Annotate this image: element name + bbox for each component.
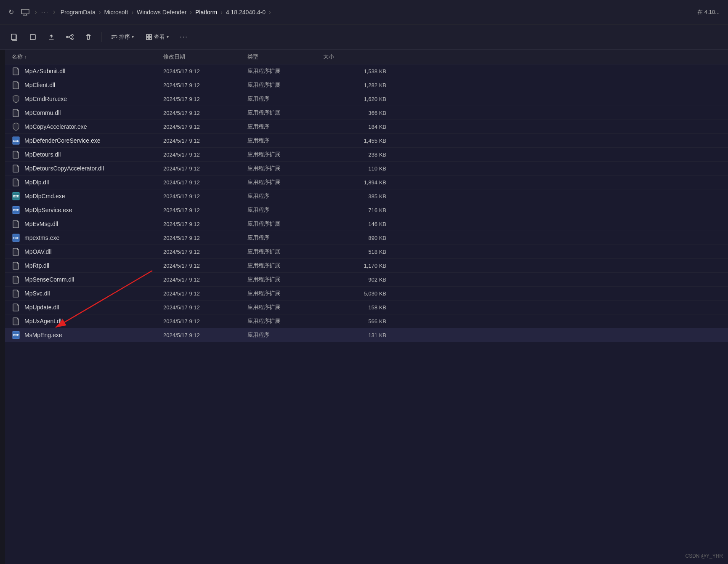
sort-button[interactable]: 排序 ▾ [106,31,138,43]
file-name: MpAzSubmit.dll [24,68,65,74]
file-name: MpSvc.dll [24,290,50,297]
file-date: 2024/5/17 9:12 [163,263,247,269]
table-row[interactable]: MpRtp.dll 2024/5/17 9:12 应用程序扩展 1,170 KB [5,259,728,273]
breadcrumb-arrow-3: › [190,9,192,16]
file-list-area: 名称 ↑ 修改日期 类型 大小 MpAzSubmit.dll 2024/5/17… [5,50,728,564]
file-name: mpextms.exe [24,234,59,241]
file-name-cell: MpUpdate.dll [12,303,163,311]
file-size: 146 KB [323,221,386,227]
file-name: MpDlpService.exe [24,207,72,213]
svg-rect-6 [30,35,35,40]
more-options-button[interactable]: ··· [176,29,191,45]
file-date: 2024/5/17 9:12 [163,82,247,88]
breadcrumb-platform[interactable]: Platform [194,8,219,16]
cut-button[interactable] [25,29,40,45]
file-icon [12,95,20,103]
file-type: 应用程序 [247,95,323,103]
copy-button[interactable] [7,29,22,45]
breadcrumb-programdata[interactable]: ProgramData [59,8,97,16]
table-row[interactable]: EXE MpDefenderCoreService.exe 2024/5/17 … [5,134,728,148]
file-icon [12,220,20,228]
table-row[interactable]: MpSenseComm.dll 2024/5/17 9:12 应用程序扩展 90… [5,273,728,287]
file-type: 应用程序 [247,192,323,200]
breadcrumb-arrow-5: › [269,9,271,16]
table-row[interactable]: EXE MpDlpCmd.exe 2024/5/17 9:12 应用程序 385… [5,189,728,203]
svg-text:EXE: EXE [13,209,19,212]
svg-rect-16 [149,37,151,40]
breadcrumb-windows-defender[interactable]: Windows Defender [135,8,188,16]
breadcrumb-version[interactable]: 4.18.24040.4-0 [224,8,267,16]
view-button[interactable]: 查看 ▾ [141,31,173,43]
file-icon: EXE [12,331,20,339]
file-size: 890 KB [323,235,386,241]
svg-rect-5 [11,34,16,40]
table-row[interactable]: MpDetours.dll 2024/5/17 9:12 应用程序扩展 238 … [5,148,728,162]
file-name-cell: MpUxAgent.dll [12,317,163,325]
table-row[interactable]: MpClient.dll 2024/5/17 9:12 应用程序扩展 1,282… [5,78,728,92]
file-type: 应用程序扩展 [247,165,323,172]
file-date: 2024/5/17 9:12 [163,290,247,297]
refresh-button[interactable]: ↻ [5,6,17,18]
file-size: 566 KB [323,318,386,325]
file-size: 366 KB [323,110,386,116]
file-date: 2024/5/17 9:12 [163,318,247,325]
file-size: 1,170 KB [323,263,386,269]
nav-sep-1: › [35,8,37,16]
file-name: MpCopyAccelerator.exe [24,123,87,130]
svg-rect-13 [146,35,149,37]
file-name-cell: MpOAV.dll [12,247,163,256]
table-row[interactable]: MpCmdRun.exe 2024/5/17 9:12 应用程序 1,620 K… [5,92,728,106]
header-name[interactable]: 名称 ↑ [12,53,163,61]
header-size[interactable]: 大小 [323,53,386,61]
file-name: MpRtp.dll [24,262,49,269]
file-size: 1,538 KB [323,68,386,74]
file-name: MpDlp.dll [24,179,49,186]
rename-button[interactable] [44,29,59,45]
svg-rect-0 [21,9,29,14]
file-name: MpDetours.dll [24,151,61,158]
file-type: 应用程序扩展 [247,109,323,117]
file-name-cell: MpCopyAccelerator.exe [12,122,163,131]
file-date: 2024/5/17 9:12 [163,124,247,130]
file-type: 应用程序扩展 [247,67,323,75]
table-row[interactable]: MpDetoursCopyAccelerator.dll 2024/5/17 9… [5,162,728,176]
svg-point-8 [72,38,73,40]
file-type: 应用程序扩展 [247,290,323,297]
file-name-cell: MpClient.dll [12,81,163,89]
header-date[interactable]: 修改日期 [163,53,247,61]
file-date: 2024/5/17 9:12 [163,68,247,74]
file-icon [12,81,20,89]
share-button[interactable] [62,29,77,45]
file-type: 应用程序扩展 [247,262,323,269]
file-type: 应用程序扩展 [247,248,323,255]
table-row[interactable]: MpCopyAccelerator.exe 2024/5/17 9:12 应用程… [5,120,728,134]
table-row[interactable]: MpUpdate.dll 2024/5/17 9:12 应用程序扩展 158 K… [5,301,728,314]
breadcrumb-microsoft[interactable]: Microsoft [103,8,130,16]
file-name-cell: EXE MpDefenderCoreService.exe [12,136,163,145]
file-size: 5,030 KB [323,290,386,297]
table-header: 名称 ↑ 修改日期 类型 大小 [5,50,728,64]
table-row[interactable]: MpUxAgent.dll 2024/5/17 9:12 应用程序扩展 566 … [5,314,728,328]
breadcrumb-arrow-4: › [221,9,223,16]
table-row[interactable]: MpAzSubmit.dll 2024/5/17 9:12 应用程序扩展 1,5… [5,64,728,78]
file-icon: EXE [12,234,20,242]
table-row[interactable]: MpEvMsg.dll 2024/5/17 9:12 应用程序扩展 146 KB [5,217,728,231]
file-icon: EXE [12,192,20,200]
file-name: MsMpEng.exe [24,332,62,338]
table-row[interactable]: MpSvc.dll 2024/5/17 9:12 应用程序扩展 5,030 KB [5,287,728,301]
table-row[interactable]: MpCommu.dll 2024/5/17 9:12 应用程序扩展 366 KB [5,106,728,120]
header-type[interactable]: 类型 [247,53,323,61]
table-row[interactable]: MpOAV.dll 2024/5/17 9:12 应用程序扩展 518 KB [5,245,728,259]
file-name-cell: MpSvc.dll [12,289,163,298]
table-row[interactable]: MpDlp.dll 2024/5/17 9:12 应用程序扩展 1,894 KB [5,176,728,189]
table-row[interactable]: EXE mpextms.exe 2024/5/17 9:12 应用程序 890 … [5,231,728,245]
file-type: 应用程序 [247,206,323,214]
file-name-cell: EXE MpDlpService.exe [12,206,163,214]
main-content: 名称 ↑ 修改日期 类型 大小 MpAzSubmit.dll 2024/5/17… [0,50,728,564]
table-row[interactable]: EXE MsMpEng.exe 2024/5/17 9:12 应用程序 131 … [5,328,728,342]
file-icon [12,247,20,256]
table-row[interactable]: EXE MpDlpService.exe 2024/5/17 9:12 应用程序… [5,203,728,217]
file-date: 2024/5/17 9:12 [163,165,247,172]
delete-button[interactable] [81,29,96,45]
view-label: 查看 [154,33,165,41]
